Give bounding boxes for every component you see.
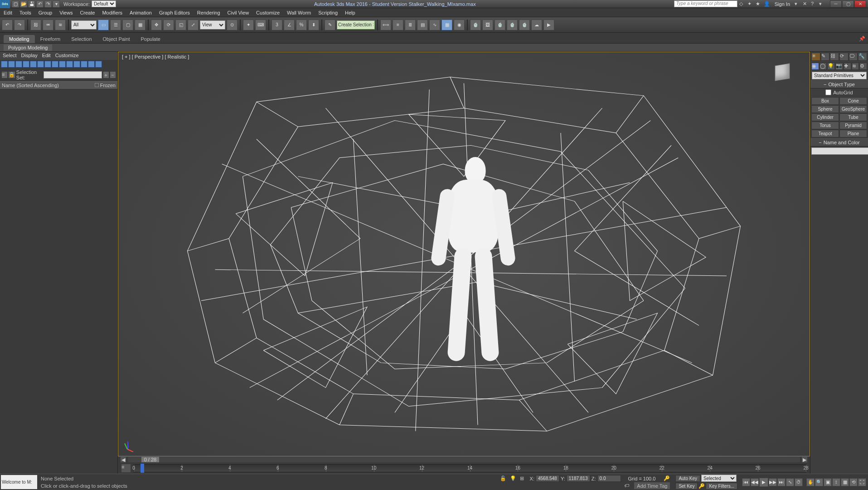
selection-filter-dropdown[interactable]: All bbox=[71, 20, 97, 29]
cone-button[interactable]: Cone bbox=[839, 97, 867, 105]
track-bar[interactable]: ≡ 0246810121416182022242628 bbox=[118, 463, 810, 474]
x-field[interactable]: 4568.548 bbox=[536, 475, 559, 482]
scene-menu-select[interactable]: Select bbox=[3, 53, 17, 59]
motion-tab[interactable]: ⟳ bbox=[839, 53, 849, 61]
unlink-icon[interactable]: ⚮ bbox=[43, 20, 53, 30]
ribbon-tab-freeform[interactable]: Freeform bbox=[35, 35, 66, 43]
mirror-icon[interactable]: ⟺ bbox=[380, 20, 391, 30]
signin-dropdown-icon[interactable]: ▾ bbox=[795, 1, 801, 7]
autokey-button[interactable]: Auto Key bbox=[675, 475, 700, 482]
key-mode-toggle-icon[interactable]: ⤡ bbox=[786, 478, 794, 486]
y-field[interactable]: 1187.813 bbox=[567, 475, 590, 482]
orbit-icon[interactable]: ⟲ bbox=[849, 478, 858, 486]
trackbar-ruler[interactable]: 0246810121416182022242628 bbox=[133, 464, 806, 472]
align-icon[interactable]: ≡ bbox=[393, 20, 403, 30]
menu-wall-worm[interactable]: Wall Worm bbox=[283, 10, 315, 15]
rendered-frame-icon[interactable]: 🖼 bbox=[482, 20, 493, 30]
cameras-category[interactable]: 📷 bbox=[835, 63, 843, 70]
open-icon[interactable]: 📂 bbox=[20, 0, 27, 8]
display-tab[interactable]: 🖵 bbox=[849, 53, 858, 61]
filter-cameras-icon[interactable] bbox=[23, 61, 29, 68]
move-icon[interactable]: ✥ bbox=[151, 20, 162, 30]
workspace-dropdown[interactable]: Default bbox=[92, 0, 116, 7]
menu-modifiers[interactable]: Modifiers bbox=[98, 10, 126, 15]
selection-set-icon[interactable]: ≡ bbox=[2, 72, 7, 78]
select-object-icon[interactable]: ▭ bbox=[98, 20, 109, 30]
helpers-category[interactable]: ✚ bbox=[844, 63, 851, 70]
geosphere-button[interactable]: GeoSphere bbox=[839, 105, 867, 113]
menu-create[interactable]: Create bbox=[76, 10, 98, 15]
box-button[interactable]: Box bbox=[811, 97, 839, 105]
filter-spacewarps-icon[interactable] bbox=[37, 61, 44, 68]
zoom-icon[interactable]: 🔍 bbox=[815, 478, 823, 486]
app-logo[interactable]: 3ds bbox=[0, 0, 10, 8]
rectangular-region-icon[interactable]: ▢ bbox=[122, 20, 133, 30]
filter-frozen-icon[interactable] bbox=[73, 61, 80, 68]
selection-set-input[interactable] bbox=[44, 71, 102, 78]
systems-category[interactable]: ⚙ bbox=[859, 63, 867, 70]
sync-selection-icon[interactable] bbox=[95, 61, 102, 68]
goto-end-icon[interactable]: ⏭ bbox=[777, 478, 786, 486]
filter-containers-icon[interactable] bbox=[66, 61, 73, 68]
pyramid-button[interactable]: Pyramid bbox=[839, 122, 867, 129]
close-button[interactable]: ✕ bbox=[854, 0, 866, 8]
lights-category[interactable]: 💡 bbox=[827, 63, 835, 70]
signin-link[interactable]: Sign In bbox=[772, 1, 793, 7]
time-slider[interactable]: ◀ 0 / 28 ▶ bbox=[118, 456, 810, 463]
comm-center-icon[interactable]: 🔑 bbox=[664, 475, 670, 482]
filter-bones-icon[interactable] bbox=[59, 61, 66, 68]
time-slider-track[interactable]: 0 / 28 bbox=[128, 457, 800, 462]
filter-shapes-icon[interactable] bbox=[8, 61, 15, 68]
pan-view-icon[interactable]: ✋ bbox=[806, 478, 815, 486]
spacewarps-category[interactable]: ≋ bbox=[852, 63, 859, 70]
selection-set-remove-icon[interactable]: － bbox=[110, 72, 116, 78]
key-icon[interactable]: 🔑 bbox=[698, 483, 705, 490]
undo-button[interactable]: ↶ bbox=[2, 20, 13, 30]
ref-coord-dropdown[interactable]: View bbox=[200, 20, 225, 29]
keyfilters-button[interactable]: Key Filters... bbox=[706, 483, 737, 490]
rollout-name-color[interactable]: −Name and Color bbox=[810, 138, 868, 147]
fov-icon[interactable]: ⟟ bbox=[832, 478, 840, 486]
redo-button[interactable]: ↷ bbox=[14, 20, 25, 30]
save-icon[interactable]: 💾 bbox=[28, 0, 35, 8]
menu-civil-view[interactable]: Civil View bbox=[224, 10, 252, 15]
filter-helpers-icon[interactable] bbox=[30, 61, 37, 68]
autogrid-checkbox[interactable] bbox=[825, 89, 831, 95]
z-field[interactable]: 0.0 bbox=[597, 475, 621, 482]
menu-tools[interactable]: Tools bbox=[16, 10, 35, 15]
render-last-icon[interactable]: ▶ bbox=[543, 20, 554, 30]
ribbon-tab-object-paint[interactable]: Object Paint bbox=[97, 35, 136, 43]
viewport-label[interactable]: [ + ] [ Perspective ] [ Realistic ] bbox=[122, 54, 189, 59]
percent-snap-icon[interactable]: % bbox=[296, 20, 307, 30]
time-slider-next-icon[interactable]: ▶ bbox=[802, 457, 807, 462]
add-time-tag[interactable]: Add Time Tag bbox=[634, 482, 670, 489]
window-crossing-icon[interactable]: ▦ bbox=[135, 20, 145, 30]
zoom-all-icon[interactable]: ▦ bbox=[841, 478, 849, 486]
render-iterative-icon[interactable]: 🍵 bbox=[507, 20, 518, 30]
keymode-dropdown[interactable]: Selected bbox=[701, 475, 737, 482]
help-icon[interactable]: ? bbox=[811, 1, 817, 7]
favorites-icon[interactable]: ★ bbox=[756, 1, 762, 7]
subscription-icon[interactable]: ◇ bbox=[739, 1, 746, 7]
scene-list[interactable] bbox=[0, 89, 117, 474]
trackbar-cursor[interactable] bbox=[141, 464, 144, 473]
material-editor-icon[interactable]: ◉ bbox=[454, 20, 465, 30]
modify-tab[interactable]: ✎ bbox=[821, 53, 830, 61]
keyboard-shortcut-icon[interactable]: ⌨ bbox=[255, 20, 266, 30]
display-options-icon[interactable] bbox=[88, 61, 95, 68]
select-by-name-icon[interactable]: ☰ bbox=[110, 20, 121, 30]
scene-menu-display[interactable]: Display bbox=[21, 53, 38, 59]
render-active-icon[interactable]: 🍵 bbox=[519, 20, 530, 30]
placement-icon[interactable]: ⤢ bbox=[188, 20, 199, 30]
edit-selection-set-icon[interactable]: ✎ bbox=[325, 20, 335, 30]
plane-button[interactable]: Plane bbox=[839, 130, 867, 137]
menu-rendering[interactable]: Rendering bbox=[194, 10, 224, 15]
render-in-cloud-icon[interactable]: ☁ bbox=[531, 20, 542, 30]
minimize-button[interactable]: ─ bbox=[830, 0, 842, 8]
new-icon[interactable]: ▢ bbox=[12, 0, 19, 8]
create-tab[interactable]: ✳ bbox=[811, 53, 820, 61]
help-dropdown-icon[interactable]: ▾ bbox=[819, 1, 825, 7]
ribbon-panel-label[interactable]: Polygon Modeling bbox=[4, 44, 52, 51]
menu-customize[interactable]: Customize bbox=[252, 10, 283, 15]
torus-button[interactable]: Torus bbox=[811, 122, 839, 129]
